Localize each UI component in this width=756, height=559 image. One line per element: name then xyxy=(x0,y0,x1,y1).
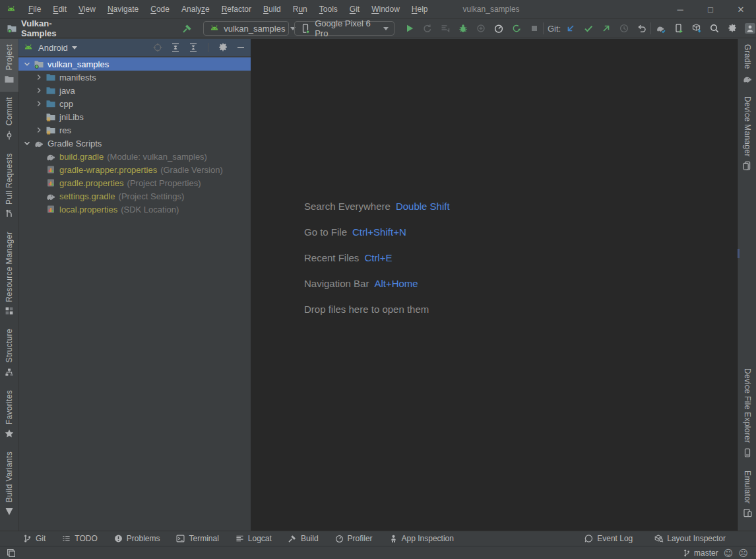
menu-build[interactable]: Build xyxy=(257,0,287,18)
history-button xyxy=(618,22,630,34)
menu-code[interactable]: Code xyxy=(144,0,175,18)
tree-item-gradle-wrapper-properties[interactable]: gradle-wrapper.properties(Gradle Version… xyxy=(18,163,251,176)
tree-item-gradle-properties[interactable]: gradle.properties(Project Properties) xyxy=(18,176,251,189)
tool-window-button-structure[interactable]: Structure xyxy=(0,323,18,384)
project-tool-window: Android vulkan_samplesmanifestsjavacppjn… xyxy=(18,39,251,531)
tool-window-label: Resource Manager xyxy=(5,232,14,302)
bottom-tool-button-event-log[interactable]: Event Log xyxy=(580,531,637,546)
bottom-tool-button-layout-inspector[interactable]: Layout Inspector xyxy=(650,531,730,546)
panel-settings-gear-icon[interactable] xyxy=(217,42,229,53)
device-manager-button[interactable] xyxy=(673,22,685,34)
project-name-button[interactable]: Vulkan-Samples xyxy=(21,18,71,38)
tool-window-button-resource-manager[interactable]: Resource Manager xyxy=(0,226,18,324)
sync-gradle-button[interactable] xyxy=(655,22,667,34)
push-button[interactable] xyxy=(600,22,612,34)
tool-variants-icon xyxy=(3,506,15,517)
chevron-right-icon[interactable] xyxy=(33,86,45,95)
tool-window-button-emulator[interactable]: Emulator xyxy=(738,465,756,525)
feedback-sad-icon[interactable]: ☹ xyxy=(738,548,748,558)
rollback-button[interactable] xyxy=(636,22,648,34)
tool-window-button-build-variants[interactable]: Build Variants xyxy=(0,446,18,524)
bottom-tool-label: Problems xyxy=(127,534,160,543)
tool-window-label: Favorites xyxy=(5,390,14,424)
menu-analyze[interactable]: Analyze xyxy=(175,0,216,18)
tool-window-button-pull-requests[interactable]: Pull Requests xyxy=(0,148,18,226)
shortcut-keys: Alt+Home xyxy=(374,278,418,289)
title-bar: FileEditViewNavigateCodeAnalyzeRefactorB… xyxy=(0,0,756,18)
tool-window-button-project[interactable]: Project xyxy=(0,39,18,92)
tree-item-jnilibs[interactable]: jniLibs xyxy=(18,110,251,123)
menu-help[interactable]: Help xyxy=(406,0,434,18)
sync-and-run-button[interactable] xyxy=(511,22,522,34)
tool-window-button-gradle[interactable]: Gradle xyxy=(738,39,756,91)
commit-button[interactable] xyxy=(583,22,594,34)
debug-button[interactable] xyxy=(457,22,469,34)
menu-edit[interactable]: Edit xyxy=(47,0,73,18)
maximize-button[interactable]: □ xyxy=(695,0,726,18)
tree-item-java[interactable]: java xyxy=(18,84,251,97)
tool-window-button-device-file-explorer[interactable]: Device File Explorer xyxy=(738,363,756,465)
tool-window-button-commit[interactable]: Commit xyxy=(0,92,18,147)
bottom-tool-button-profiler[interactable]: Profiler xyxy=(331,531,377,546)
minimize-button[interactable]: ─ xyxy=(665,0,695,18)
tree-item-label: build.gradle xyxy=(59,152,104,162)
menu-refactor[interactable]: Refactor xyxy=(216,0,257,18)
profile-button[interactable] xyxy=(493,22,505,34)
tree-item-vulkan-samples[interactable]: vulkan_samples xyxy=(18,57,251,71)
collapse-all-icon[interactable] xyxy=(187,42,199,53)
menu-file[interactable]: File xyxy=(22,0,47,18)
menu-navigate[interactable]: Navigate xyxy=(102,0,144,18)
tool-window-button-device-manager[interactable]: Device Manager xyxy=(738,91,756,179)
bottom-tool-button-app-inspection[interactable]: App Inspection xyxy=(385,531,458,546)
menu-run[interactable]: Run xyxy=(287,0,313,18)
tree-item-annotation: (Module: vulkan_samples) xyxy=(107,152,207,162)
tool-window-switcher-icon[interactable] xyxy=(5,547,17,559)
device-select[interactable]: Google Pixel 6 Pro xyxy=(294,21,394,36)
tree-item-cpp[interactable]: cpp xyxy=(18,97,251,110)
build-hammer-icon[interactable] xyxy=(182,22,193,34)
settings-button[interactable] xyxy=(726,22,738,34)
expand-all-icon[interactable] xyxy=(170,42,181,53)
menu-tools[interactable]: Tools xyxy=(313,0,344,18)
bottom-tool-button-git[interactable]: Git xyxy=(18,531,49,546)
tree-item-label: gradle-wrapper.properties xyxy=(59,165,157,175)
menu-window[interactable]: Window xyxy=(365,0,406,18)
project-view-selector[interactable]: Android xyxy=(38,43,68,53)
chevron-down-icon[interactable] xyxy=(21,139,33,148)
tree-item-build-gradle[interactable]: build.gradle(Module: vulkan_samples) xyxy=(18,150,251,163)
bottom-tool-button-terminal[interactable]: Terminal xyxy=(172,531,222,546)
tree-item-gradle-scripts[interactable]: Gradle Scripts xyxy=(18,137,251,150)
shortcut-action-label: Search Everywhere xyxy=(304,201,391,212)
tree-item-manifests[interactable]: manifests xyxy=(18,71,251,84)
menu-git[interactable]: Git xyxy=(344,0,365,18)
sdk-manager-button[interactable] xyxy=(691,22,703,34)
git-branch-widget[interactable]: master xyxy=(682,548,718,558)
tree-item-res[interactable]: res xyxy=(18,123,251,137)
feedback-happy-icon[interactable]: ☺ xyxy=(724,548,734,558)
tool-window-label: Commit xyxy=(5,97,14,125)
chevron-right-icon[interactable] xyxy=(33,99,45,108)
chevron-right-icon[interactable] xyxy=(33,125,45,135)
bottom-tool-button-problems[interactable]: Problems xyxy=(110,531,164,546)
run-button[interactable] xyxy=(404,22,416,34)
chevron-right-icon[interactable] xyxy=(33,73,45,82)
tool-window-button-favorites[interactable]: Favorites xyxy=(0,385,18,446)
bottom-tool-button-todo[interactable]: TODO xyxy=(57,531,101,546)
device-label: Google Pixel 6 Pro xyxy=(315,18,378,38)
bottom-tool-label: Layout Inspector xyxy=(667,534,726,543)
menu-view[interactable]: View xyxy=(73,0,102,18)
run-configuration-select[interactable]: vulkan_samples xyxy=(203,21,289,36)
tree-item-settings-gradle[interactable]: settings.gradle(Project Settings) xyxy=(18,189,251,203)
tree-item-local-properties[interactable]: local.properties(SDK Location) xyxy=(18,203,251,216)
window-controls: ─ □ ✕ xyxy=(665,0,756,18)
bottom-tool-button-build[interactable]: Build xyxy=(284,531,323,546)
profile-avatar-button[interactable] xyxy=(744,22,756,34)
locate-file-icon[interactable] xyxy=(152,42,164,53)
search-everywhere-button[interactable] xyxy=(709,22,720,34)
close-button[interactable]: ✕ xyxy=(726,0,756,18)
status-bar: master ☺ ☹ xyxy=(0,546,756,559)
chevron-down-icon[interactable] xyxy=(21,59,33,69)
bottom-tool-button-logcat[interactable]: Logcat xyxy=(231,531,276,546)
hide-panel-icon[interactable] xyxy=(235,42,247,53)
update-project-button[interactable] xyxy=(565,22,577,34)
